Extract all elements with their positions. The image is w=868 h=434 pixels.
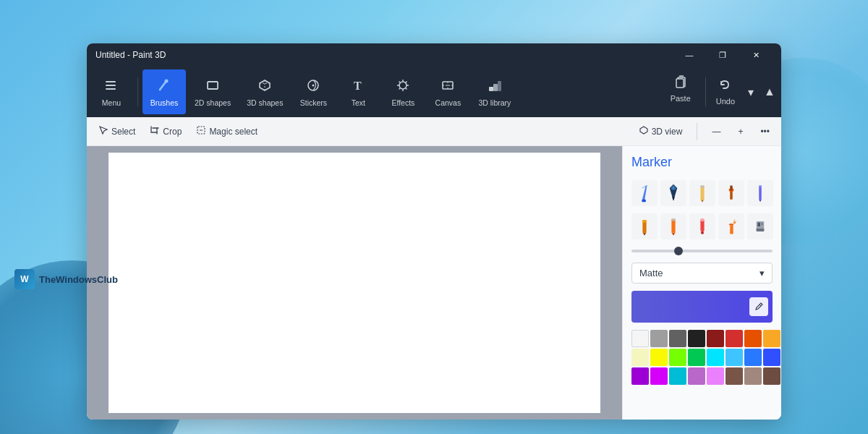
color-red[interactable] xyxy=(726,330,743,347)
svg-rect-20 xyxy=(489,87,493,91)
color-dark-blue[interactable] xyxy=(763,349,780,366)
color-purple[interactable] xyxy=(631,367,649,385)
toolbar-effects[interactable]: Effects xyxy=(381,69,425,114)
color-violet[interactable] xyxy=(650,367,668,385)
panel-title: Marker xyxy=(631,155,773,170)
color-dark-red[interactable] xyxy=(707,330,724,347)
stickers-icon xyxy=(305,77,321,95)
color-lavender[interactable] xyxy=(688,367,705,385)
twc-logo-text: TheWindowsClub xyxy=(39,274,118,285)
color-light-yellow[interactable] xyxy=(631,349,649,366)
brush-oil[interactable] xyxy=(718,180,744,206)
svg-point-3 xyxy=(165,79,169,82)
3d-view-icon xyxy=(639,125,649,137)
brush-pencil-tan[interactable] xyxy=(689,180,715,206)
toolbar-menu[interactable]: Menu xyxy=(90,69,133,114)
color-gray-medium[interactable] xyxy=(650,330,668,347)
undo-icon xyxy=(718,78,733,94)
3d-view-button[interactable]: 3D view xyxy=(633,122,689,140)
drawing-canvas[interactable] xyxy=(109,153,600,413)
magic-select-icon xyxy=(196,125,206,137)
opacity-dropdown[interactable]: Matte ▾ xyxy=(631,263,773,284)
brush-thin-marker[interactable] xyxy=(747,180,773,206)
svg-rect-43 xyxy=(642,220,646,223)
color-dark-brown[interactable] xyxy=(763,367,780,385)
2dshapes-icon xyxy=(205,77,221,95)
toolbar-collapse-arrow[interactable]: ▲ xyxy=(761,83,778,101)
svg-rect-49 xyxy=(701,231,704,234)
svg-rect-50 xyxy=(700,219,704,222)
text-icon: T xyxy=(350,77,366,95)
crop-button[interactable]: Crop xyxy=(144,122,187,140)
color-black[interactable] xyxy=(688,330,705,347)
color-swatch[interactable] xyxy=(631,291,773,323)
brush-pencil-orange[interactable] xyxy=(660,213,686,239)
svg-line-15 xyxy=(406,81,407,82)
color-brown[interactable] xyxy=(726,367,743,385)
magic-select-button[interactable]: Magic select xyxy=(190,122,263,140)
color-cyan[interactable] xyxy=(707,349,724,366)
svg-line-16 xyxy=(399,88,401,89)
toolbar-text[interactable]: T Text xyxy=(336,69,380,114)
svg-rect-37 xyxy=(730,186,733,191)
toolbar-expand-dropdown[interactable]: ▾ xyxy=(742,69,760,114)
size-slider[interactable] xyxy=(631,250,773,252)
paste-icon xyxy=(673,74,689,91)
more-options-button[interactable]: ••• xyxy=(754,124,775,140)
svg-rect-44 xyxy=(671,219,675,233)
menu-icon xyxy=(103,77,119,95)
toolbar-separator-1 xyxy=(137,77,138,106)
brush-spray-orange[interactable] xyxy=(718,213,744,239)
brush-calligraphy[interactable] xyxy=(631,180,658,206)
color-dark-orange[interactable] xyxy=(744,330,762,347)
color-amber[interactable] xyxy=(763,330,780,347)
toolbar-separator-right xyxy=(705,77,706,106)
svg-line-54 xyxy=(735,221,736,222)
svg-rect-51 xyxy=(730,225,733,234)
color-light-green[interactable] xyxy=(669,349,686,366)
color-teal[interactable] xyxy=(669,367,686,385)
eyedropper-button[interactable] xyxy=(749,297,768,316)
text-label: Text xyxy=(352,98,365,107)
color-blue[interactable] xyxy=(744,349,762,366)
brush-fill[interactable] xyxy=(747,213,773,239)
svg-line-14 xyxy=(406,88,407,89)
color-white[interactable] xyxy=(631,330,649,347)
crop-label: Crop xyxy=(163,127,182,137)
select-button[interactable]: Select xyxy=(93,122,141,140)
undo-button[interactable]: Undo xyxy=(710,69,741,114)
svg-rect-58 xyxy=(757,229,765,232)
color-pink-light[interactable] xyxy=(707,367,724,385)
toolbar-stickers[interactable]: Stickers xyxy=(292,69,335,114)
svg-rect-57 xyxy=(762,223,763,226)
color-yellow[interactable] xyxy=(650,349,668,366)
toolbar-right: Paste Undo ▾ ▲ xyxy=(660,69,778,114)
toolbar-2dshapes[interactable]: 2D shapes xyxy=(187,69,238,114)
svg-rect-22 xyxy=(498,81,501,91)
color-green[interactable] xyxy=(688,349,705,366)
color-light-blue[interactable] xyxy=(726,349,743,366)
brushes-label: Brushes xyxy=(150,98,179,107)
main-toolbar: Menu Brushes 2D shapes xyxy=(87,67,781,117)
color-tan[interactable] xyxy=(744,367,762,385)
minimize-button[interactable]: — xyxy=(673,43,706,67)
zoom-in-button[interactable]: + xyxy=(732,124,749,140)
svg-line-59 xyxy=(760,305,761,306)
svg-marker-39 xyxy=(759,200,762,203)
svg-rect-21 xyxy=(493,84,498,91)
canvas-area[interactable] xyxy=(87,146,622,420)
brush-fountain-pen[interactable] xyxy=(660,180,686,206)
color-gray-dark[interactable] xyxy=(669,330,686,347)
restore-button[interactable]: ❐ xyxy=(706,43,739,67)
toolbar-3dshapes[interactable]: 3D shapes xyxy=(239,69,290,114)
paste-button[interactable]: Paste xyxy=(660,69,701,114)
size-slider-thumb[interactable] xyxy=(674,247,683,255)
close-button[interactable]: ✕ xyxy=(739,43,773,67)
effects-icon xyxy=(395,77,411,95)
toolbar-canvas[interactable]: Canvas xyxy=(426,69,469,114)
zoom-out-button[interactable]: — xyxy=(706,124,726,140)
toolbar-3dlibrary[interactable]: 3D library xyxy=(471,69,518,114)
toolbar-brushes[interactable]: Brushes xyxy=(142,69,186,114)
brush-crayon[interactable] xyxy=(631,213,658,239)
brush-marker-red[interactable] xyxy=(689,213,715,239)
